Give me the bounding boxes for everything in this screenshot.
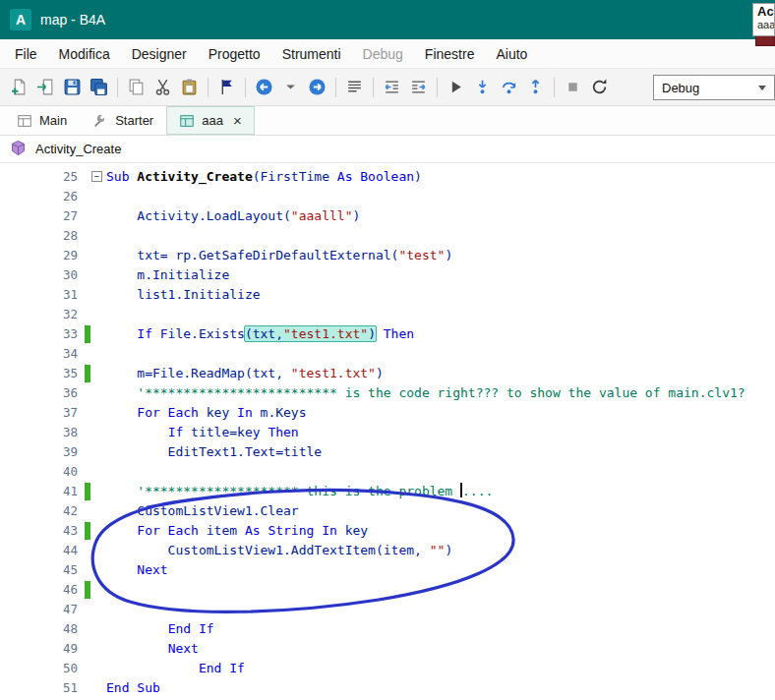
code-line-48[interactable]: 48 End If (0, 619, 775, 639)
code-line-38[interactable]: 38 If title=key Then (0, 423, 775, 442)
line-number: 40 (0, 462, 85, 482)
code-line-36[interactable]: 36 '************************* is the cod… (0, 383, 775, 403)
line-number: 39 (0, 442, 85, 462)
code-line-34[interactable]: 34 (0, 344, 775, 364)
forward-icon[interactable] (305, 75, 329, 99)
line-number: 28 (0, 226, 85, 246)
code-text (106, 226, 775, 246)
fold-margin (90, 423, 106, 442)
rebuild-icon[interactable] (587, 75, 612, 99)
menu-finestre[interactable]: Finestre (414, 41, 486, 67)
code-line-26[interactable]: 26 (0, 187, 775, 206)
fold-margin (90, 600, 106, 619)
menu-strumenti[interactable]: Strumenti (271, 41, 352, 67)
line-number: 29 (0, 246, 85, 265)
run-icon[interactable] (444, 75, 468, 99)
toolbar-separator (245, 78, 246, 97)
code-line-46[interactable]: 46 (0, 580, 775, 600)
code-line-49[interactable]: 49 Next (0, 639, 775, 659)
fold-margin (90, 462, 106, 482)
new-file-icon[interactable] (7, 75, 31, 99)
fold-collapse-icon[interactable]: − (90, 167, 106, 187)
step-over-icon[interactable] (497, 75, 521, 99)
code-line-37[interactable]: 37 For Each key In m.Keys (0, 403, 775, 423)
code-line-31[interactable]: 31 list1.Initialize (0, 285, 775, 305)
line-number: 26 (0, 187, 85, 206)
back-icon[interactable] (252, 75, 276, 99)
save-all-icon[interactable] (87, 75, 111, 99)
code-line-51[interactable]: 51End Sub (0, 678, 775, 698)
code-line-35[interactable]: 35 m=File.ReadMap(txt, "test1.txt") (0, 364, 775, 383)
fold-margin (90, 482, 106, 501)
code-text (106, 344, 775, 364)
code-line-41[interactable]: 41 '******************** this is the pro… (0, 482, 775, 501)
toolbar-separator (335, 78, 336, 97)
line-number: 35 (0, 364, 85, 383)
stop-icon[interactable] (561, 75, 585, 99)
bookmark-icon[interactable] (214, 75, 239, 99)
menu-bar: FileModificaDesignerProgettoStrumentiDeb… (0, 39, 775, 69)
autocomplete-popup[interactable]: Ac aaa (752, 3, 775, 36)
code-line-47[interactable]: 47 (0, 600, 775, 619)
code-line-25[interactable]: 25−Sub Activity_Create(FirstTime As Bool… (0, 167, 775, 187)
code-navigator: Activity_Create (0, 136, 775, 163)
code-line-50[interactable]: 50 End If (0, 659, 775, 678)
code-line-39[interactable]: 39 EditText1.Text=title (0, 442, 775, 462)
line-number: 43 (0, 521, 85, 541)
line-number: 47 (0, 600, 85, 619)
code-line-32[interactable]: 32 (0, 305, 775, 324)
build-config-select[interactable]: Debug (653, 75, 775, 100)
code-line-30[interactable]: 30 m.Initialize (0, 265, 775, 285)
menu-progetto[interactable]: Progetto (198, 41, 271, 67)
line-number: 37 (0, 403, 85, 423)
toolbar-separator (373, 78, 374, 97)
menu-aiuto[interactable]: Aiuto (485, 41, 538, 67)
menu-designer[interactable]: Designer (121, 41, 198, 67)
line-number: 31 (0, 285, 85, 305)
code-text (106, 600, 775, 619)
step-into-icon[interactable] (470, 75, 495, 99)
code-text: Sub Activity_Create(FirstTime As Boolean… (106, 167, 775, 187)
code-line-43[interactable]: 43 For Each item As String In key (0, 521, 775, 541)
tab-starter[interactable]: Starter (80, 106, 166, 135)
menu-debug[interactable]: Debug (352, 41, 414, 67)
menu-modifica[interactable]: Modifica (48, 41, 121, 67)
line-number: 48 (0, 619, 85, 639)
code-editor[interactable]: 25−Sub Activity_Create(FirstTime As Bool… (0, 163, 775, 700)
fold-margin (90, 285, 106, 305)
code-line-27[interactable]: 27 Activity.LoadLayout("aaalll") (0, 206, 775, 226)
code-text: m=File.ReadMap(txt, "test1.txt") (106, 364, 775, 383)
tab-aaa[interactable]: aaa× (166, 106, 254, 135)
code-line-42[interactable]: 42 CustomListView1.Clear (0, 501, 775, 521)
step-out-icon[interactable] (523, 75, 548, 99)
line-number: 38 (0, 423, 85, 442)
format-lines-icon[interactable] (342, 75, 367, 99)
tab-main[interactable]: Main (4, 106, 80, 135)
cut-icon[interactable] (150, 75, 175, 99)
tab-label: aaa (202, 113, 223, 128)
code-line-44[interactable]: 44 CustomListView1.AddTextItem(item, "") (0, 541, 775, 560)
fold-margin (90, 187, 106, 206)
code-line-40[interactable]: 40 (0, 462, 775, 482)
line-number: 34 (0, 344, 85, 364)
code-text: EditText1.Text=title (106, 442, 775, 462)
code-line-29[interactable]: 29 txt= rp.GetSafeDirDefaultExternal("te… (0, 246, 775, 265)
code-line-28[interactable]: 28 (0, 226, 775, 246)
indent-icon[interactable] (406, 75, 431, 99)
close-tab-icon[interactable]: × (233, 113, 242, 128)
save-icon[interactable] (60, 75, 85, 99)
menu-file[interactable]: File (4, 41, 48, 67)
code-line-33[interactable]: 33 If File.Exists(txt,"test1.txt") Then (0, 324, 775, 344)
code-line-45[interactable]: 45 Next (0, 560, 775, 580)
outdent-icon[interactable] (380, 75, 404, 99)
open-file-icon[interactable] (33, 75, 58, 99)
tab-bar: MainStarteraaa× (0, 106, 775, 136)
copy-icon[interactable] (124, 75, 149, 99)
line-number: 42 (0, 501, 85, 521)
navigator-label[interactable]: Activity_Create (35, 142, 121, 156)
fold-margin (90, 403, 106, 423)
fold-margin (90, 580, 106, 600)
paste-icon[interactable] (177, 75, 202, 99)
line-number: 32 (0, 305, 85, 324)
back-dropdown-icon[interactable] (278, 75, 303, 99)
